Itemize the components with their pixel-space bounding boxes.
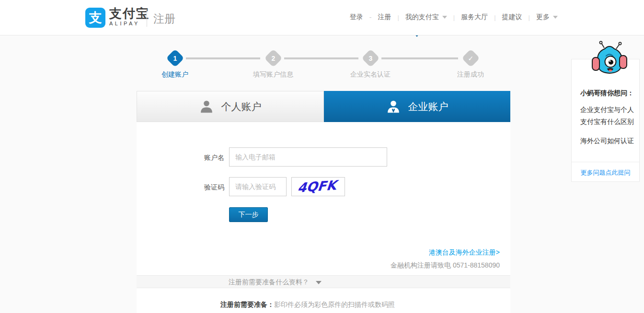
tab-personal-account[interactable]: 个人账户 <box>137 91 324 122</box>
next-step-button[interactable]: 下一步 <box>229 207 268 222</box>
prep-materials-accordion[interactable]: 注册前需要准备什么资料？ <box>137 275 510 288</box>
helper-title: 小蚂哥猜你想问： <box>580 89 634 98</box>
step-create-account: 1 创建账户 <box>146 45 204 79</box>
helper-more-link[interactable]: 更多问题点此提问 <box>572 168 639 177</box>
nav-my-alipay-label: 我的支付宝 <box>405 13 439 22</box>
chevron-down-icon <box>553 16 558 19</box>
nav-login[interactable]: 登录 <box>350 13 363 22</box>
nav-register[interactable]: 注册 <box>378 13 391 22</box>
captcha-input[interactable] <box>229 177 287 196</box>
alipay-registration-page: 支 支付宝 ALIPAY 注册 登录 - 注册 | 我的支付宝 | 服务大厅 |… <box>0 0 644 313</box>
captcha-image-text: 4QFK <box>297 178 337 195</box>
brand-logotype: 支付宝 ALIPAY <box>109 6 150 27</box>
step-label: 注册成功 <box>442 70 499 79</box>
helper-divider <box>572 162 639 162</box>
step-marker-check-icon: ✓ <box>461 49 480 67</box>
step-marker-3: 3 <box>361 49 380 67</box>
helper-question-overseas[interactable]: 海外公司如何认证 <box>580 135 634 147</box>
nav-service-hall[interactable]: 服务大厅 <box>461 13 488 22</box>
step-marker-2: 2 <box>264 49 282 67</box>
overseas-register-link[interactable]: 港澳台及海外企业注册> <box>429 248 500 257</box>
step-label: 填写账户信息 <box>244 70 302 79</box>
nav-separator: | <box>397 14 399 21</box>
step-fill-info: 2 填写账户信息 <box>244 45 302 79</box>
nav-feedback[interactable]: 提建议 <box>502 13 522 22</box>
person-icon <box>199 100 214 114</box>
step-label: 企业实名认证 <box>342 70 399 79</box>
prep-instructions: 注册前需要准备：影印件必须为彩色原件的扫描件或数码照 <box>220 301 395 309</box>
nav-separator: | <box>494 14 495 21</box>
tab-personal-label: 个人账户 <box>221 100 262 113</box>
accordion-question-text: 注册前需要准备什么资料？ <box>229 278 309 286</box>
captcha-image[interactable]: 4QFK <box>291 177 345 196</box>
top-nav: 登录 - 注册 | 我的支付宝 | 服务大厅 | 提建议 | 更多 <box>350 13 558 22</box>
robot-mascot-icon <box>591 40 628 82</box>
nav-dash: - <box>369 13 372 21</box>
progress-steps: 1 创建账户 2 填写账户信息 3 企业实名认证 ✓ 注册成功 <box>137 45 510 79</box>
step-marker-1: 1 <box>166 49 184 67</box>
finance-phone-note: 金融机构注册请致电 0571-88158090 <box>391 261 500 270</box>
account-email-input[interactable] <box>229 147 387 167</box>
account-name-label: 账户名 <box>184 154 224 162</box>
prep-text: 影印件必须为彩色原件的扫描件或数码照 <box>274 301 395 308</box>
prep-prefix: 注册前需要准备： <box>220 301 274 308</box>
nav-more-label: 更多 <box>536 13 550 22</box>
nav-separator: | <box>529 14 530 21</box>
nav-more[interactable]: 更多 <box>536 13 558 22</box>
business-person-icon <box>386 100 401 114</box>
brand-cn: 支付宝 <box>109 6 150 21</box>
step-label: 创建账户 <box>146 70 204 79</box>
step-success: ✓ 注册成功 <box>442 45 499 79</box>
accordion-question: 注册前需要准备什么资料？ <box>229 278 322 287</box>
chevron-down-icon <box>442 16 447 19</box>
logo-glyph: 支 <box>89 9 102 26</box>
captcha-label: 验证码 <box>184 183 224 192</box>
alipay-logo-icon[interactable]: 支 <box>85 8 105 28</box>
triangle-down-icon <box>316 281 322 284</box>
step-enterprise-verify: 3 企业实名认证 <box>342 45 399 79</box>
helper-question-difference[interactable]: 企业支付宝与个人支付宝有什么区别 <box>580 104 634 128</box>
account-type-tabs: 个人账户 企业账户 <box>137 91 510 122</box>
registration-form-panel: 账户名 验证码 4QFK 下一步 港澳台及海外企业注册> 金融机构注册请致电 0… <box>137 122 510 313</box>
page-title: 注册 <box>153 11 175 26</box>
tab-enterprise-label: 企业账户 <box>408 100 448 113</box>
brand-en: ALIPAY <box>109 21 150 27</box>
header: 支 支付宝 ALIPAY 注册 登录 - 注册 | 我的支付宝 | 服务大厅 |… <box>0 0 644 35</box>
tab-enterprise-account[interactable]: 企业账户 <box>324 91 510 122</box>
logo-divider <box>147 9 147 27</box>
nav-my-alipay[interactable]: 我的支付宝 <box>405 13 447 22</box>
nav-separator: | <box>453 14 455 21</box>
